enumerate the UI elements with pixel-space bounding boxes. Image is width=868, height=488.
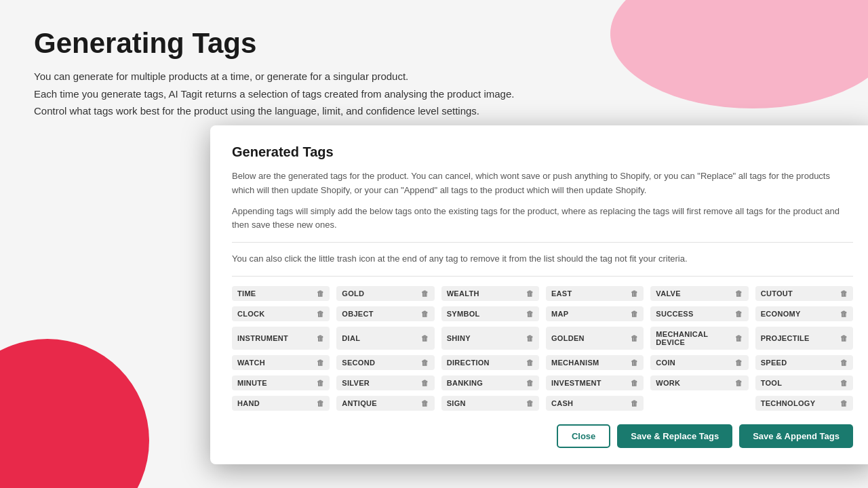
tag-delete-icon[interactable]: 🗑 [735, 379, 743, 387]
tag-delete-icon[interactable]: 🗑 [421, 310, 429, 318]
tag-item: PROJECTILE🗑 [755, 327, 853, 350]
tag-item: INVESTMENT🗑 [546, 375, 644, 390]
tag-item: EAST🗑 [546, 286, 644, 301]
tag-item: ANTIQUE🗑 [336, 396, 434, 411]
tag-delete-icon[interactable]: 🗑 [526, 310, 534, 318]
tag-delete-icon[interactable]: 🗑 [421, 399, 429, 407]
tag-delete-icon[interactable]: 🗑 [840, 310, 848, 318]
save-replace-button[interactable]: Save & Replace Tags [617, 424, 732, 448]
tag-label: TECHNOLOGY [761, 399, 816, 407]
tag-label: OBJECT [342, 310, 373, 318]
tags-grid: TIME🗑GOLD🗑WEALTH🗑EAST🗑VALVE🗑CUTOUT🗑CLOCK… [232, 286, 853, 411]
tag-item: SPEED🗑 [755, 355, 853, 370]
tag-delete-icon[interactable]: 🗑 [840, 359, 848, 367]
tag-label: WATCH [237, 359, 265, 367]
tag-delete-icon[interactable]: 🗑 [526, 289, 534, 298]
tag-delete-icon[interactable]: 🗑 [631, 310, 638, 318]
tag-label: PROJECTILE [761, 334, 810, 342]
page-header: Generating Tags You can generate for mul… [0, 0, 868, 134]
tag-item: DIRECTION🗑 [441, 355, 539, 370]
modal-desc-2: Appending tags will simply add the below… [232, 205, 853, 233]
tag-delete-icon[interactable]: 🗑 [526, 399, 534, 407]
tag-delete-icon[interactable]: 🗑 [421, 359, 429, 367]
tag-delete-icon[interactable]: 🗑 [421, 289, 429, 298]
tag-delete-icon[interactable]: 🗑 [317, 310, 324, 318]
tag-delete-icon[interactable]: 🗑 [526, 379, 534, 387]
page-description: You can generate for multiple products a… [34, 68, 834, 120]
tag-delete-icon[interactable]: 🗑 [735, 310, 743, 318]
tag-item: HAND🗑 [232, 396, 330, 411]
close-button[interactable]: Close [557, 424, 610, 448]
tag-item: WORK🗑 [650, 375, 748, 390]
tag-delete-icon[interactable]: 🗑 [840, 399, 848, 407]
tag-item: OBJECT🗑 [336, 306, 434, 321]
tag-label: WEALTH [447, 289, 479, 298]
tag-item: INSTRUMENT🗑 [232, 327, 330, 350]
tag-delete-icon[interactable]: 🗑 [631, 289, 638, 298]
tag-delete-icon[interactable]: 🗑 [317, 359, 324, 367]
tag-delete-icon[interactable]: 🗑 [840, 334, 848, 342]
tag-delete-icon[interactable]: 🗑 [631, 399, 638, 407]
tag-item: GOLDEN🗑 [546, 327, 644, 350]
tag-item: MECHANICAL DEVICE🗑 [650, 327, 748, 350]
tag-item: BANKING🗑 [441, 375, 539, 390]
tag-delete-icon[interactable]: 🗑 [735, 289, 743, 298]
tag-label: EAST [551, 289, 572, 298]
tag-delete-icon[interactable]: 🗑 [735, 359, 743, 367]
tag-item: SECOND🗑 [336, 355, 434, 370]
tag-label: GOLDEN [551, 334, 585, 342]
tag-label: CUTOUT [761, 289, 793, 298]
tag-delete-icon[interactable]: 🗑 [317, 399, 324, 407]
description-line3: Control what tags work best for the prod… [34, 102, 834, 120]
page-title: Generating Tags [34, 27, 834, 60]
tag-item: WATCH🗑 [232, 355, 330, 370]
save-append-button[interactable]: Save & Append Tags [739, 424, 853, 448]
tag-delete-icon[interactable]: 🗑 [526, 359, 534, 367]
tag-label: CLOCK [237, 310, 265, 318]
tag-item: TECHNOLOGY🗑 [755, 396, 853, 411]
modal-title: Generated Tags [232, 144, 853, 160]
tag-label: ECONOMY [761, 310, 801, 318]
tag-label: MINUTE [237, 379, 267, 387]
tag-label: VALVE [656, 289, 681, 298]
tag-item: CLOCK🗑 [232, 306, 330, 321]
tag-label: SYMBOL [447, 310, 480, 318]
tag-label: INVESTMENT [551, 379, 601, 387]
tag-delete-icon[interactable]: 🗑 [840, 379, 848, 387]
tag-label: INSTRUMENT [237, 334, 288, 342]
tag-delete-icon[interactable]: 🗑 [526, 334, 534, 342]
tag-delete-icon[interactable]: 🗑 [421, 379, 429, 387]
tag-item: SYMBOL🗑 [441, 306, 539, 321]
tag-label: GOLD [342, 289, 364, 298]
tag-delete-icon[interactable]: 🗑 [631, 359, 638, 367]
tag-item: SIGN🗑 [441, 396, 539, 411]
tag-delete-icon[interactable]: 🗑 [317, 379, 324, 387]
tag-item: GOLD🗑 [336, 286, 434, 301]
tag-delete-icon[interactable]: 🗑 [735, 334, 743, 342]
tag-delete-icon[interactable]: 🗑 [317, 289, 324, 298]
tag-item: CUTOUT🗑 [755, 286, 853, 301]
tag-delete-icon[interactable]: 🗑 [421, 334, 429, 342]
modal-desc-1: Below are the generated tags for the pro… [232, 169, 853, 198]
tag-item: TOOL🗑 [755, 375, 853, 390]
description-line1: You can generate for multiple products a… [34, 68, 834, 85]
tag-label: SUCCESS [656, 310, 693, 318]
tag-delete-icon[interactable]: 🗑 [631, 334, 638, 342]
tag-label: CASH [551, 399, 573, 407]
tag-label: MAP [551, 310, 568, 318]
tag-delete-icon[interactable]: 🗑 [840, 289, 848, 298]
tag-label: SPEED [761, 359, 787, 367]
bg-decoration-red [0, 339, 149, 488]
tag-delete-icon[interactable]: 🗑 [317, 334, 324, 342]
tag-delete-icon[interactable]: 🗑 [631, 379, 638, 387]
modal-footer: Close Save & Replace Tags Save & Append … [232, 424, 853, 448]
tag-label: SILVER [342, 379, 370, 387]
tag-item: VALVE🗑 [650, 286, 748, 301]
tag-label: DIAL [342, 334, 360, 342]
tag-label: WORK [656, 379, 680, 387]
tag-item: DIAL🗑 [336, 327, 434, 350]
tag-item: MECHANISM🗑 [546, 355, 644, 370]
tag-label: ANTIQUE [342, 399, 377, 407]
tag-item: COIN🗑 [650, 355, 748, 370]
tag-item: SHINY🗑 [441, 327, 539, 350]
